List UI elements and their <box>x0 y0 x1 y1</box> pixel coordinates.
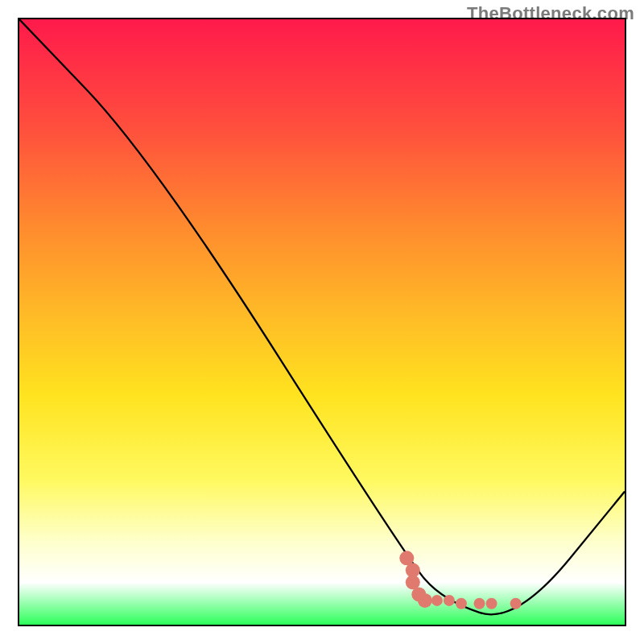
highlight-point <box>486 598 497 609</box>
chart-frame: TheBottleneck.com <box>0 0 644 644</box>
plot-area <box>18 18 626 626</box>
highlight-point <box>456 598 467 609</box>
ideal-range-points <box>399 551 521 609</box>
bottleneck-curve <box>19 19 625 614</box>
highlight-point <box>431 595 443 606</box>
highlight-point <box>510 598 522 609</box>
chart-overlay <box>19 19 625 625</box>
highlight-point <box>444 595 455 606</box>
highlight-point <box>418 593 432 608</box>
highlight-point <box>474 598 485 609</box>
